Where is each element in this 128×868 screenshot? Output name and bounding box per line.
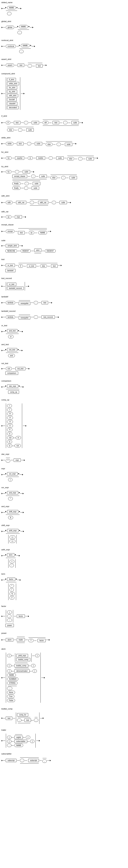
terminal-colon: : (56, 143, 61, 146)
rule-xor-expr: xor_expr and_expr ^ (1, 487, 127, 502)
terminal-dstar: ** (28, 639, 34, 642)
rule-title: and_expr (1, 505, 127, 507)
rule-while-stmt: while_stmt while test : suite else : sui… (1, 136, 127, 148)
rule-title: with_var (1, 211, 127, 213)
terminal-lambda: lambda (6, 315, 15, 319)
rule-arith-expr: arith_expr term + - (1, 549, 127, 570)
rule-title: expr (1, 467, 127, 470)
terminal-in: in (16, 436, 21, 439)
rule-trailer: trailer ( arglist ) [ subscriptlist ] . … (1, 729, 127, 750)
terminal-in: in (28, 156, 33, 160)
nonterminal: lambdef_nocond (7, 287, 24, 290)
terminal: <= (7, 420, 13, 424)
nonterminal-test: test (18, 231, 25, 235)
nonterminal-xor-expr: xor_expr (7, 472, 18, 475)
terminal-colon: : (61, 176, 66, 179)
nonterminal-subscriptlist: subscriptlist (14, 740, 27, 743)
rule-title: testlist_comp (1, 708, 127, 710)
terminal-name: NAME (14, 744, 23, 747)
terminal-if: if (18, 265, 23, 268)
rule-title: comparison (1, 380, 127, 382)
rule-title: comp_op (1, 399, 127, 401)
nonterminal-suite: suite (23, 170, 30, 174)
terminal: > (7, 408, 12, 411)
nonterminal-comp-for: comp_for (17, 713, 28, 716)
terminal-colon: : (78, 157, 83, 160)
terminal-rparen: ) (35, 654, 39, 657)
terminal-else: else (50, 176, 57, 179)
terminal-else: else (7, 128, 14, 132)
nonterminal-test-nocond: test_nocond (42, 315, 55, 319)
terminal-floordiv: // (9, 596, 14, 599)
terminal-rparen: ) (26, 736, 30, 739)
rule-title: xor_expr (1, 487, 127, 489)
nonterminal-suite: suite (86, 157, 94, 160)
arrow-icon (2, 8, 3, 9)
terminal-dedent: DEDENT (45, 249, 56, 253)
rule-with-var: with_var as expr (1, 211, 127, 220)
nonterminal-testlist: testlist (36, 156, 45, 160)
terminal-name: NAME (38, 231, 47, 235)
nonterminal-except-clause: except_clause (12, 175, 27, 178)
terminal-colon: : (49, 156, 53, 160)
terminal-comma: , (34, 718, 38, 722)
terminal-minus: - (7, 615, 11, 618)
terminal: <> (7, 424, 13, 427)
nonterminal: for_stmt (7, 86, 17, 89)
terminal-not: not (6, 367, 12, 370)
terminal-else: else (40, 265, 47, 268)
terminal-if: if (6, 121, 10, 124)
rule-title: assert_stmt (1, 58, 127, 60)
nonterminal-subscript: subscript (28, 759, 39, 762)
rule-title: subscriptlist (1, 753, 127, 755)
terminal-amp: & (8, 516, 13, 519)
rule-title: for_stmt (1, 151, 127, 153)
terminal-string: STRING (7, 681, 17, 685)
nonterminal-star-expr: star_expr (7, 384, 18, 388)
rule-assert-stmt: assert_stmt assert test , test (1, 58, 127, 69)
terminal-true: True (7, 695, 14, 698)
nonterminal-factor: factor (7, 578, 15, 581)
terminal-colon: : (31, 175, 36, 178)
rule-lambdef: lambdef lambda varargslist : test (1, 296, 127, 307)
terminal-rbrace: } (33, 670, 37, 673)
nonterminal-test: test (14, 121, 20, 124)
terminal-lparen: ( (7, 736, 11, 739)
terminal-assert: assert (6, 64, 14, 67)
rule-title: lambdef (1, 296, 127, 298)
nonterminal-suite: suite (59, 201, 67, 204)
terminal-newline: NEWLINE (5, 249, 17, 253)
rule-title: factor (1, 605, 127, 607)
terminal-is: is (7, 444, 12, 447)
terminal-with: with (6, 201, 13, 204)
terminal-number: NUMBER (7, 677, 18, 681)
nonterminal-with-var: with_var (38, 201, 48, 204)
terminal-lbracket: [ (7, 740, 11, 743)
nonterminal-lambdef: lambdef (5, 269, 15, 272)
nonterminal-test: test (18, 64, 24, 67)
nonterminal-with-var: with_var (16, 201, 26, 204)
rule-shift-expr: shift_expr arith_expr << >> (1, 524, 127, 546)
nonterminal-and-expr: and_expr (7, 491, 18, 494)
terminal: is (7, 440, 12, 443)
nonterminal: decorated (7, 106, 18, 109)
rule-title: nonlocal_stmt (1, 39, 127, 41)
nonterminal-not-test: not_test (15, 367, 26, 370)
terminal-not: not (14, 444, 21, 447)
rule-title: term (1, 573, 127, 575)
rule-with-stmt: with_stmt with with_var , with_var : sui… (1, 195, 127, 208)
terminal-colon: : (15, 170, 19, 174)
nonterminal-test: test (17, 142, 24, 145)
rule-title: test_nocond (1, 277, 127, 279)
nonterminal: or_test (7, 283, 16, 286)
rule-test-nocond: test_nocond or_test lambdef_nocond (1, 277, 127, 292)
terminal-colon: : (24, 186, 28, 190)
rule-term: term factor * / % // (1, 573, 127, 602)
nonterminal-trailer: trailer (17, 638, 25, 642)
nonterminal-varargslist: varargslist (19, 302, 31, 305)
terminal-lbracket: [ (7, 664, 11, 667)
nonterminal-not-test: not_test (7, 348, 17, 351)
rule-title: not_test (1, 362, 127, 364)
terminal-name: NAME (7, 6, 16, 9)
terminal-rbracket: ] (31, 664, 36, 667)
